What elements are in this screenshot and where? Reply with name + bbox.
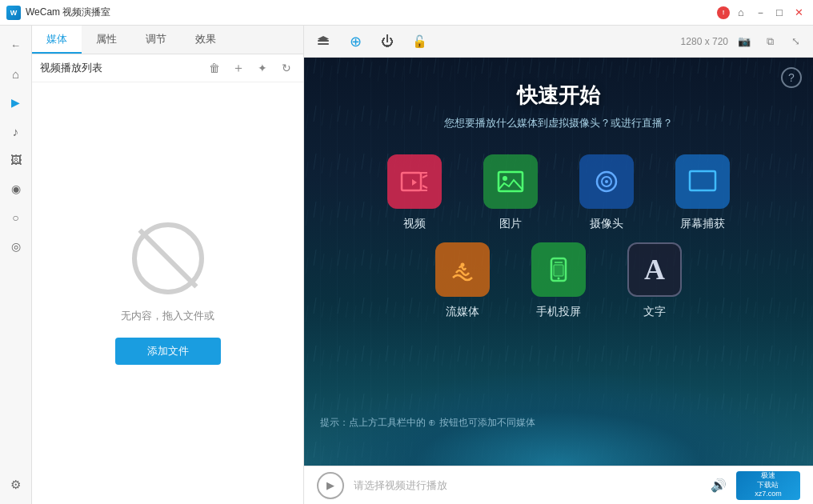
svg-rect-18 (690, 171, 715, 190)
quick-start: ? 快速开始 您想要播放什么媒体到虚拟摄像头？或进行直播？ (304, 58, 813, 466)
panel: 媒体 属性 调节 效果 视频播放列表 🗑 ＋ ✦ ↻ 无内容，拖入文件或 添加文… (32, 26, 304, 504)
image-label: 图片 (499, 217, 522, 231)
notification-icon[interactable]: ! (717, 6, 730, 19)
sidebar-item-home[interactable]: ⌂ (3, 61, 29, 86)
delete-button[interactable]: 🗑 (206, 59, 223, 77)
sidebar-item-camera[interactable]: ◉ (3, 176, 29, 202)
svg-line-12 (423, 186, 427, 188)
qs-item-screen[interactable]: 屏幕捕获 (659, 154, 747, 231)
sidebar-item-back[interactable]: ← (3, 32, 29, 58)
lock-button[interactable]: 🔓 (408, 30, 431, 53)
add-button[interactable]: ＋ (230, 59, 247, 77)
sidebar-item-music[interactable]: ♪ (3, 118, 29, 144)
qs-item-stream[interactable]: 流媒体 (419, 242, 507, 319)
video-label: 视频 (403, 217, 426, 231)
quick-start-title: 快速开始 (517, 82, 600, 110)
screen-label: 屏幕捕获 (680, 217, 725, 231)
close-button[interactable]: ✕ (791, 5, 807, 21)
app-title: WeCam 视频演播室 (26, 6, 717, 19)
phone-label: 手机投屏 (536, 305, 581, 319)
screen-icon (675, 154, 730, 209)
tab-effect[interactable]: 效果 (181, 26, 230, 54)
tab-adjust[interactable]: 调节 (131, 26, 181, 54)
qs-item-phone[interactable]: 手机投屏 (515, 242, 603, 319)
title-bar: W WeCam 视频演播室 ! ⌂ － □ ✕ (0, 0, 813, 26)
qs-item-text[interactable]: A 文字 (611, 242, 699, 319)
app-icon: W (6, 6, 21, 20)
qs-item-video[interactable]: 视频 (370, 154, 459, 231)
empty-text: 无内容，拖入文件或 (121, 309, 214, 323)
add-source-button[interactable]: ⊕ (344, 30, 366, 53)
preview-canvas: ? 快速开始 您想要播放什么媒体到虚拟摄像头？或进行直播？ (304, 58, 813, 466)
expand-button[interactable]: ⤡ (786, 32, 805, 51)
quick-start-subtitle: 您想要播放什么媒体到虚拟摄像头？或进行直播？ (444, 116, 673, 130)
refresh-button[interactable]: ↻ (278, 59, 295, 77)
svg-line-11 (423, 175, 427, 178)
empty-state: 无内容，拖入文件或 添加文件 (32, 82, 303, 504)
preview-toolbar: ⊕ ⏻ 🔓 1280 x 720 📷 ⧉ ⤡ (304, 26, 813, 58)
watermark-text: 极速下载站xz7.com (755, 471, 782, 499)
add-file-button[interactable]: 添加文件 (115, 338, 221, 365)
hint-text: 提示：点上方工具栏中的 ⊕ 按钮也可添加不同媒体 (320, 416, 797, 430)
video-icon (387, 154, 442, 209)
play-button[interactable]: ▶ (317, 472, 344, 499)
clone-button[interactable]: ⧉ (760, 32, 779, 51)
sidebar-item-mic[interactable]: ○ (3, 205, 29, 230)
resolution-text: 1280 x 720 (681, 36, 728, 47)
stream-icon (435, 242, 490, 297)
minimize-button[interactable]: － (752, 5, 768, 21)
tab-property[interactable]: 属性 (82, 26, 131, 54)
svg-marker-8 (412, 179, 417, 186)
star-button[interactable]: ✦ (254, 59, 271, 77)
text-icon: A (627, 242, 682, 297)
main-layout: ← ⌂ ▶ ♪ 🖼 ◉ ○ ◎ ⚙ 媒体 属性 调节 效果 视频 (0, 26, 813, 504)
svg-point-21 (558, 278, 560, 280)
quick-start-row2: 流媒体 手机投屏 (419, 242, 699, 319)
volume-icon[interactable]: 🔊 (711, 478, 727, 493)
svg-rect-1 (318, 43, 329, 45)
quick-start-row1: 视频 图片 (370, 154, 747, 231)
svg-point-17 (605, 180, 608, 183)
stream-label: 流媒体 (446, 305, 479, 319)
qs-item-image[interactable]: 图片 (467, 154, 555, 231)
section-label: 视频播放列表 (40, 61, 199, 75)
image-icon (483, 154, 538, 209)
sidebar-item-settings[interactable]: ⚙ (3, 472, 29, 498)
maximize-button[interactable]: □ (771, 5, 787, 21)
playback-status: 请选择视频进行播放 (354, 478, 701, 493)
layers-button[interactable] (312, 30, 334, 53)
preview-area: ⊕ ⏻ 🔓 1280 x 720 📷 ⧉ ⤡ (304, 26, 813, 504)
sidebar-item-play[interactable]: ▶ (3, 90, 29, 115)
sidebar-item-image[interactable]: 🖼 (3, 147, 29, 173)
phone-icon (531, 242, 586, 297)
sidebar-item-broadcast[interactable]: ◎ (3, 234, 29, 259)
svg-rect-23 (554, 265, 563, 276)
house-button[interactable]: ⌂ (733, 5, 749, 21)
svg-point-19 (461, 263, 465, 267)
help-button[interactable]: ? (781, 67, 802, 88)
panel-toolbar: 视频播放列表 🗑 ＋ ✦ ↻ (32, 54, 303, 82)
qs-item-camera[interactable]: 摄像头 (563, 154, 651, 231)
preview-info: 1280 x 720 📷 ⧉ ⤡ (681, 32, 805, 51)
sidebar: ← ⌂ ▶ ♪ 🖼 ◉ ○ ◎ ⚙ (0, 26, 32, 504)
camera-icon (579, 154, 634, 209)
svg-point-14 (503, 176, 507, 181)
text-label: 文字 (643, 305, 666, 319)
snapshot-button[interactable]: 📷 (735, 32, 754, 51)
svg-rect-7 (402, 173, 421, 190)
empty-icon (132, 222, 204, 294)
svg-rect-13 (499, 172, 523, 191)
window-controls: ! ⌂ － □ ✕ (717, 5, 807, 21)
camera-label: 摄像头 (590, 217, 623, 231)
playback-bar: ▶ 请选择视频进行播放 🔊 极速下载站xz7.com (304, 466, 813, 504)
tab-bar: 媒体 属性 调节 效果 (32, 26, 303, 54)
power-button[interactable]: ⏻ (376, 30, 398, 53)
watermark: 极速下载站xz7.com (736, 471, 800, 500)
tab-media[interactable]: 媒体 (32, 26, 82, 54)
